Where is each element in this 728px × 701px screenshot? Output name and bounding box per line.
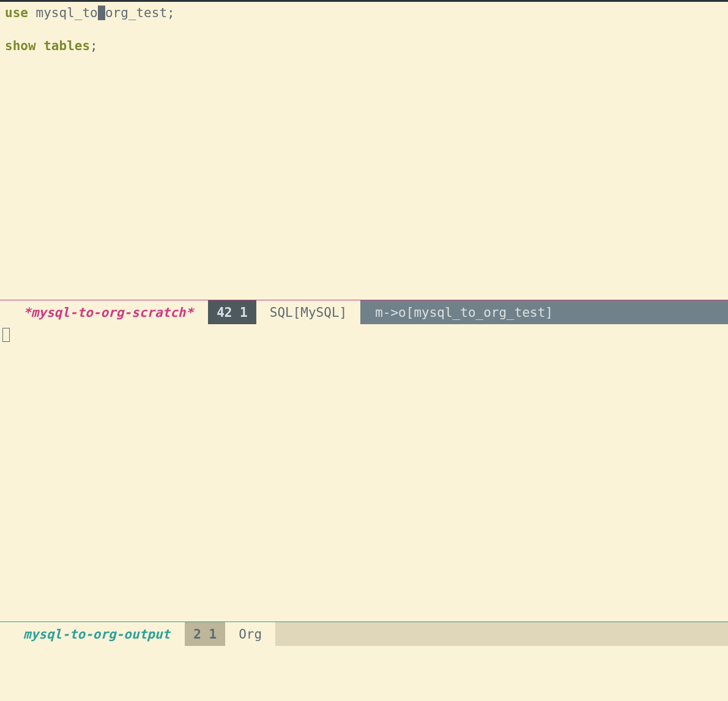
modeline-top[interactable]: *mysql-to-org-scratch* 42 1 SQL[MySQL] m… [0, 300, 728, 324]
modeline-position-bottom: 2 1 [185, 622, 225, 646]
code-line-2[interactable] [5, 21, 723, 38]
modeline-position-top: 42 1 [208, 300, 256, 324]
keyword-use: use [5, 6, 28, 20]
minibuffer[interactable] [0, 646, 728, 701]
modeline-extra-bottom [275, 622, 728, 646]
code-text-3: ; [90, 39, 98, 53]
modeline-bottom[interactable]: mysql-to-org-output 2 1 Org [0, 621, 728, 646]
code-text-1a: mysql_to [28, 6, 98, 20]
keyword-tables: tables [36, 39, 91, 53]
modeline-mode-bottom[interactable]: Org [225, 622, 275, 646]
code-text-1b: org_test; [105, 6, 175, 20]
editor-bottom-pane[interactable] [0, 324, 728, 621]
modeline-mode-top[interactable]: SQL[MySQL] [256, 300, 360, 324]
modeline-buffer-name-bottom[interactable]: mysql-to-org-output [0, 622, 185, 646]
keyword-show: show [5, 39, 36, 53]
text-cursor [98, 6, 105, 20]
inactive-cursor [2, 328, 10, 342]
editor-top-pane[interactable]: use mysql_toorg_test; show tables; [0, 2, 728, 300]
code-line-1[interactable]: use mysql_toorg_test; [5, 5, 723, 21]
code-line-3[interactable]: show tables; [5, 38, 723, 54]
modeline-extra-top: m->o[mysql_to_org_test] [360, 300, 728, 324]
modeline-buffer-name-top[interactable]: *mysql-to-org-scratch* [0, 300, 208, 324]
